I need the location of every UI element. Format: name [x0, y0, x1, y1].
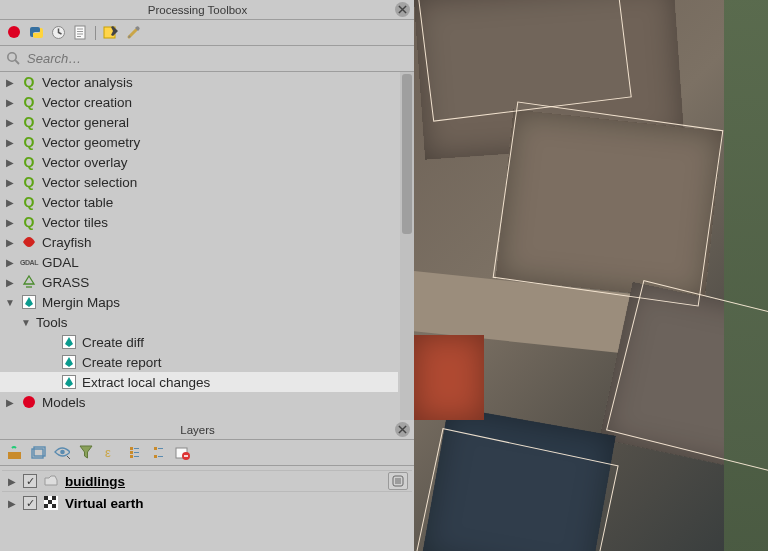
qgis-icon: Q	[20, 154, 38, 170]
svg-point-9	[60, 450, 65, 455]
processing-search-input[interactable]	[27, 46, 408, 71]
map-canvas[interactable]	[414, 0, 768, 551]
svg-point-4	[8, 53, 16, 61]
qgis-icon: Q	[20, 74, 38, 90]
processing-panel-title: Processing Toolbox	[0, 4, 395, 16]
tree-item-create-report[interactable]: Create report	[0, 352, 398, 372]
processing-tree: ▶QVector analysis ▶QVector creation ▶QVe…	[0, 72, 414, 420]
mergin-maps-icon	[20, 294, 38, 310]
qgis-icon: Q	[20, 134, 38, 150]
models-icon	[20, 394, 38, 410]
svg-rect-15	[154, 455, 157, 458]
svg-rect-24	[52, 504, 56, 508]
collapse-all-icon[interactable]	[150, 445, 166, 461]
svg-rect-11	[130, 447, 133, 450]
qgis-icon: Q	[20, 114, 38, 130]
expression-filter-icon[interactable]: ε	[102, 445, 118, 461]
tree-item-vector-analysis[interactable]: ▶QVector analysis	[0, 72, 398, 92]
remove-layer-icon[interactable]	[174, 445, 190, 461]
layer-edit-toggle-button[interactable]	[388, 472, 408, 490]
left-sidebar: Processing Toolbox ▶QVector analysis ▶QV…	[0, 0, 414, 551]
building-polygon	[493, 101, 724, 306]
tree-item-models[interactable]: ▶Models	[0, 392, 398, 412]
tree-item-vector-geometry[interactable]: ▶QVector geometry	[0, 132, 398, 152]
layers-panel-title: Layers	[0, 424, 395, 436]
tree-item-grass[interactable]: ▶GRASS	[0, 272, 398, 292]
processing-panel-close-button[interactable]	[395, 2, 410, 17]
qgis-icon: Q	[20, 174, 38, 190]
processing-toolbar	[0, 20, 414, 46]
processing-tree-scrollbar[interactable]	[400, 72, 414, 420]
tree-item-vector-selection[interactable]: ▶QVector selection	[0, 172, 398, 192]
tree-item-vector-table[interactable]: ▶QVector table	[0, 192, 398, 212]
tree-item-crayfish[interactable]: ▶Crayfish	[0, 232, 398, 252]
svg-text:ε: ε	[105, 445, 111, 460]
search-icon	[6, 51, 21, 66]
svg-rect-22	[48, 500, 52, 504]
edit-in-place-icon[interactable]	[103, 25, 119, 41]
crayfish-icon	[20, 234, 38, 250]
style-manager-icon[interactable]	[6, 445, 22, 461]
layer-row-buildings[interactable]: ▶ ✓ buidlings	[2, 470, 412, 492]
layer-label: buidlings	[65, 474, 125, 489]
layers-list: ▶ ✓ buidlings ▶ ✓ Virtual earth	[0, 466, 414, 551]
polygon-layer-icon	[42, 473, 60, 489]
filter-legend-icon[interactable]	[78, 445, 94, 461]
add-group-icon[interactable]	[30, 445, 46, 461]
visibility-icon[interactable]	[54, 445, 70, 461]
svg-rect-20	[44, 496, 48, 500]
svg-rect-12	[130, 451, 133, 454]
tree-item-vector-creation[interactable]: ▶QVector creation	[0, 92, 398, 112]
layers-toolbar: ε	[0, 440, 414, 466]
layers-panel-header: Layers	[0, 420, 414, 440]
processing-search-bar	[0, 46, 414, 72]
gdal-icon: GDAL	[20, 254, 38, 270]
tree-item-mergin-tools[interactable]: ▼Tools	[0, 312, 398, 332]
script-gear-icon[interactable]	[6, 25, 22, 41]
tree-item-extract-local-changes[interactable]: Extract local changes	[0, 372, 398, 392]
svg-rect-2	[75, 26, 85, 39]
mergin-maps-icon	[60, 334, 78, 350]
raster-layer-icon	[42, 495, 60, 511]
expand-all-icon[interactable]	[126, 445, 142, 461]
qgis-icon: Q	[20, 214, 38, 230]
tree-item-vector-overlay[interactable]: ▶QVector overlay	[0, 152, 398, 172]
qgis-icon: Q	[20, 194, 38, 210]
qgis-icon: Q	[20, 94, 38, 110]
tree-item-vector-tiles[interactable]: ▶QVector tiles	[0, 212, 398, 232]
tree-item-vector-general[interactable]: ▶QVector general	[0, 112, 398, 132]
grass-icon	[20, 274, 38, 290]
tree-item-gdal[interactable]: ▶GDALGDAL	[0, 252, 398, 272]
layer-visibility-checkbox[interactable]: ✓	[23, 496, 37, 510]
history-icon[interactable]	[50, 25, 66, 41]
mergin-maps-icon	[60, 354, 78, 370]
processing-panel-header: Processing Toolbox	[0, 0, 414, 20]
results-icon[interactable]	[72, 25, 88, 41]
svg-rect-13	[130, 455, 133, 458]
svg-rect-14	[154, 447, 157, 450]
mergin-maps-icon	[60, 374, 78, 390]
layer-label: Virtual earth	[65, 496, 144, 511]
svg-rect-23	[44, 504, 48, 508]
svg-rect-6	[8, 452, 21, 459]
layer-visibility-checkbox[interactable]: ✓	[23, 474, 37, 488]
options-icon[interactable]	[125, 25, 141, 41]
layers-panel-close-button[interactable]	[395, 422, 410, 437]
tree-item-mergin-maps[interactable]: ▼Mergin Maps	[0, 292, 398, 312]
tree-item-create-diff[interactable]: Create diff	[0, 332, 398, 352]
svg-rect-21	[52, 496, 56, 500]
layer-row-virtual-earth[interactable]: ▶ ✓ Virtual earth	[2, 492, 412, 514]
python-icon[interactable]	[28, 25, 44, 41]
